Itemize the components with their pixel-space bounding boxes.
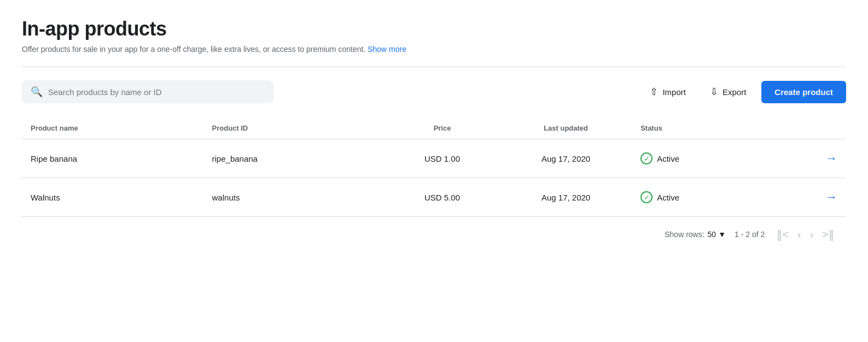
cell-id-0: ripe_banana: [203, 139, 385, 178]
prev-page-button[interactable]: ‹: [794, 226, 805, 243]
col-header-price: Price: [385, 119, 500, 139]
pagination-row: Show rows: 50 ▼ 1 - 2 of 2 ‖< ‹ › >‖: [22, 217, 846, 243]
next-page-button[interactable]: ›: [807, 226, 817, 243]
rows-dropdown-icon: ▼: [718, 230, 726, 239]
show-rows-label: Show rows:: [665, 230, 704, 239]
cell-status-0: ✓ Active: [632, 139, 780, 178]
search-input[interactable]: [48, 87, 265, 97]
cell-name-1: Walnuts: [22, 178, 203, 217]
cell-action-0: →: [780, 139, 846, 178]
row-navigate-button-1[interactable]: →: [789, 190, 837, 204]
page-info: 1 - 2 of 2: [735, 230, 765, 239]
cell-price-1: USD 5.00: [385, 178, 500, 217]
show-rows-control: Show rows: 50 ▼: [665, 230, 726, 239]
page-subtitle: Offer products for sale in your app for …: [22, 45, 846, 54]
cell-action-1: →: [780, 178, 846, 217]
col-header-id: Product ID: [203, 119, 385, 139]
import-icon: ⇧: [650, 86, 658, 98]
pagination-buttons: ‖< ‹ › >‖: [773, 226, 837, 243]
toolbar: 🔍 ⇧ Import ⇩ Export Create product: [22, 80, 846, 103]
cell-name-0: Ripe banana: [22, 139, 203, 178]
cell-updated-0: Aug 17, 2020: [500, 139, 632, 178]
status-active-icon-0: ✓: [640, 152, 653, 164]
col-header-action: [780, 119, 846, 139]
export-icon: ⇩: [710, 86, 718, 98]
row-navigate-button-0[interactable]: →: [789, 151, 837, 166]
page-title: In-app products: [22, 17, 846, 40]
search-box: 🔍: [22, 80, 273, 103]
last-page-button[interactable]: >‖: [819, 226, 837, 243]
page-container: In-app products Offer products for sale …: [0, 0, 868, 256]
cell-status-1: ✓ Active: [632, 178, 780, 217]
cell-updated-1: Aug 17, 2020: [500, 178, 632, 217]
search-icon: 🔍: [31, 86, 43, 98]
cell-id-1: walnuts: [203, 178, 385, 217]
table-row: Walnuts walnuts USD 5.00 Aug 17, 2020 ✓ …: [22, 178, 846, 217]
status-label-0: Active: [657, 154, 679, 163]
products-table: Product name Product ID Price Last updat…: [22, 119, 846, 217]
first-page-button[interactable]: ‖<: [773, 226, 792, 243]
import-button[interactable]: ⇧ Import: [641, 80, 695, 103]
cell-price-0: USD 1.00: [385, 139, 500, 178]
rows-per-page-value: 50: [708, 230, 716, 239]
export-button[interactable]: ⇩ Export: [701, 80, 755, 103]
rows-per-page-select[interactable]: 50 ▼: [708, 230, 726, 239]
divider: [22, 67, 846, 67]
status-label-1: Active: [657, 193, 679, 202]
status-active-icon-1: ✓: [640, 191, 653, 203]
col-header-name: Product name: [22, 119, 203, 139]
table-header-row: Product name Product ID Price Last updat…: [22, 119, 846, 139]
create-product-button[interactable]: Create product: [761, 81, 846, 103]
show-more-link[interactable]: Show more: [368, 45, 406, 54]
col-header-updated: Last updated: [500, 119, 632, 139]
table-row: Ripe banana ripe_banana USD 1.00 Aug 17,…: [22, 139, 846, 178]
col-header-status: Status: [632, 119, 780, 139]
